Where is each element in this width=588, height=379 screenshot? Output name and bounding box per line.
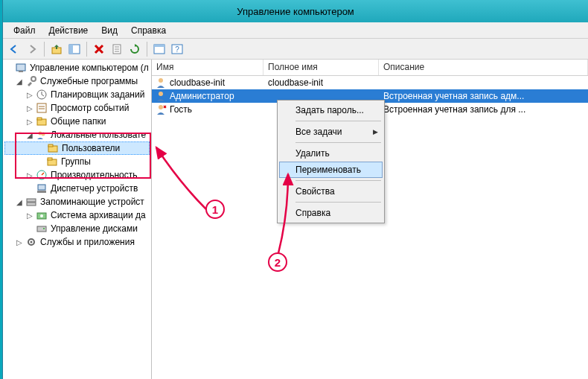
computer-mgmt-icon bbox=[15, 62, 27, 74]
properties-button[interactable] bbox=[109, 41, 125, 57]
user-row[interactable]: cloudbase-init cloudbase-init bbox=[152, 76, 588, 89]
expander-icon[interactable]: ◢ bbox=[15, 198, 24, 206]
export-button[interactable] bbox=[151, 41, 167, 57]
user-icon bbox=[155, 77, 167, 89]
clock-icon bbox=[36, 89, 48, 101]
list-header: Имя Полное имя Описание bbox=[152, 60, 588, 76]
backup-icon bbox=[36, 209, 48, 221]
context-menu: Задать пароль... Все задачи▶ Удалить Пер… bbox=[277, 100, 385, 223]
svg-rect-12 bbox=[19, 71, 23, 72]
svg-point-37 bbox=[159, 78, 163, 83]
column-name[interactable]: Имя bbox=[152, 60, 263, 75]
forward-button[interactable] bbox=[24, 41, 40, 57]
user-disabled-icon bbox=[155, 103, 167, 115]
svg-rect-33 bbox=[37, 226, 46, 232]
shared-folder-icon bbox=[36, 115, 48, 127]
expander-icon[interactable]: ▷ bbox=[25, 104, 34, 112]
tree-backup[interactable]: ▷ Система архивации да bbox=[4, 208, 150, 222]
tree-services[interactable]: ▷ Службы и приложения bbox=[4, 235, 150, 249]
window-title: Управление компьютером bbox=[237, 6, 354, 17]
device-icon bbox=[36, 182, 48, 194]
user-icon bbox=[155, 90, 167, 102]
tree-root[interactable]: Управление компьютером (л bbox=[4, 61, 150, 74]
svg-rect-8 bbox=[154, 45, 164, 47]
refresh-button[interactable] bbox=[127, 41, 143, 57]
menu-file[interactable]: Файл bbox=[7, 24, 42, 37]
svg-rect-19 bbox=[37, 118, 42, 120]
help-button[interactable]: ? bbox=[169, 41, 185, 57]
services-icon bbox=[25, 236, 37, 248]
annotation-circle-1: 1 bbox=[205, 200, 225, 219]
svg-rect-27 bbox=[38, 185, 45, 190]
tree-task-scheduler[interactable]: ▷ Планировщик заданий bbox=[4, 88, 150, 101]
svg-rect-11 bbox=[16, 64, 25, 71]
menu-action[interactable]: Действие bbox=[43, 24, 95, 37]
svg-rect-15 bbox=[37, 103, 46, 112]
annotation-circle-2: 2 bbox=[268, 252, 287, 272]
svg-point-39 bbox=[159, 105, 163, 109]
disk-icon bbox=[36, 223, 48, 235]
ctx-all-tasks[interactable]: Все задачи▶ bbox=[279, 124, 383, 140]
storage-icon bbox=[25, 196, 37, 208]
menu-separator bbox=[295, 121, 381, 121]
expander-icon[interactable]: ▷ bbox=[15, 238, 24, 246]
expander-icon[interactable]: ◢ bbox=[15, 77, 24, 86]
tree-shared-folders[interactable]: ▷ Общие папки bbox=[4, 115, 150, 128]
column-fullname[interactable]: Полное имя bbox=[263, 60, 379, 75]
svg-text:?: ? bbox=[175, 45, 179, 54]
tree-device-manager[interactable]: Диспетчер устройств bbox=[4, 182, 150, 195]
ctx-properties[interactable]: Свойства bbox=[279, 183, 383, 200]
ctx-set-password[interactable]: Задать пароль... bbox=[279, 102, 383, 118]
ctx-delete[interactable]: Удалить bbox=[279, 145, 383, 162]
tree-pane: Управление компьютером (л ◢ Служебные пр… bbox=[3, 60, 152, 379]
tree-disk-mgmt[interactable]: Управление дисками bbox=[4, 222, 150, 235]
ctx-help[interactable]: Справка bbox=[279, 205, 383, 221]
expander-icon[interactable]: ▷ bbox=[25, 211, 34, 220]
menu-separator bbox=[295, 142, 381, 143]
menu-separator bbox=[295, 202, 381, 203]
toolbar: ? bbox=[3, 39, 588, 60]
tree-system-tools[interactable]: ◢ Служебные программы bbox=[4, 74, 150, 88]
menu-view[interactable]: Вид bbox=[95, 24, 124, 37]
ctx-rename[interactable]: Переименовать bbox=[279, 162, 383, 178]
expander-icon[interactable]: ▷ bbox=[25, 91, 34, 99]
menubar: Файл Действие Вид Справка bbox=[3, 22, 588, 39]
titlebar: Управление компьютером bbox=[3, 0, 588, 22]
show-hide-tree-button[interactable] bbox=[66, 41, 83, 57]
svg-point-32 bbox=[40, 214, 43, 217]
menu-help[interactable]: Справка bbox=[125, 24, 172, 37]
svg-point-36 bbox=[31, 241, 33, 243]
menu-separator bbox=[295, 180, 381, 181]
svg-point-38 bbox=[159, 92, 163, 96]
delete-button[interactable] bbox=[91, 41, 107, 57]
column-description[interactable]: Описание bbox=[379, 60, 588, 75]
svg-point-13 bbox=[31, 77, 36, 81]
back-button[interactable] bbox=[6, 41, 22, 57]
event-icon bbox=[36, 102, 48, 114]
svg-rect-29 bbox=[27, 199, 36, 202]
tree-storage[interactable]: ◢ Запоминающие устройст bbox=[4, 195, 150, 208]
svg-rect-30 bbox=[27, 203, 36, 206]
svg-rect-28 bbox=[37, 191, 46, 193]
tree-event-viewer[interactable]: ▷ Просмотр событий bbox=[4, 101, 150, 115]
tools-icon bbox=[25, 75, 37, 87]
svg-rect-2 bbox=[69, 45, 73, 54]
submenu-arrow-icon: ▶ bbox=[373, 128, 378, 136]
annotation-box-1 bbox=[15, 133, 151, 179]
expander-icon[interactable]: ▷ bbox=[25, 118, 34, 126]
svg-point-34 bbox=[43, 228, 45, 229]
up-button[interactable] bbox=[48, 41, 65, 57]
